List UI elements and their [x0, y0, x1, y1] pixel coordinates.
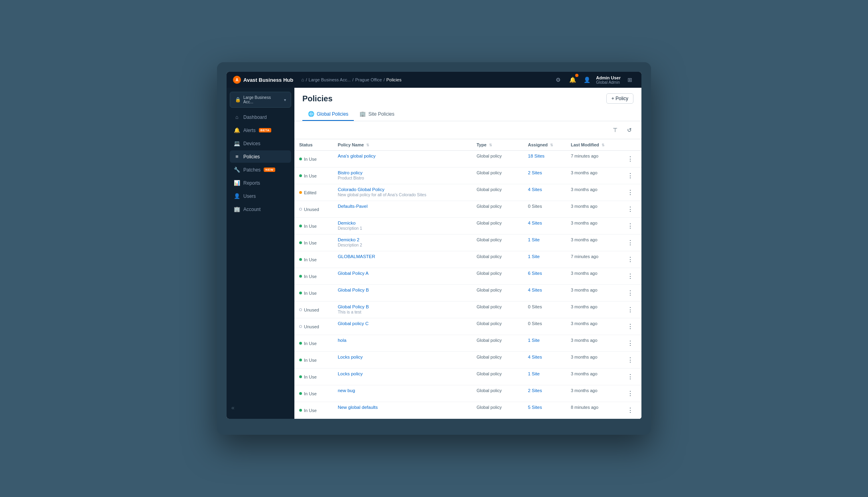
refresh-button[interactable]: ↺ [624, 124, 635, 136]
row-actions-button[interactable]: ⋮ [622, 237, 637, 248]
type-value: Global policy [477, 204, 502, 209]
row-actions-button[interactable]: ⋮ [622, 187, 637, 198]
filter-button[interactable]: ⊤ [610, 124, 621, 136]
policy-name-link[interactable]: New global defaults [338, 405, 467, 410]
row-actions-button[interactable]: ⋮ [622, 271, 637, 282]
type-cell-8: Global policy [472, 285, 523, 302]
assigned-value: 0 Sites [528, 304, 542, 309]
assigned-link[interactable]: 2 Sites [528, 388, 542, 393]
assigned-link[interactable]: 1 Site [528, 371, 540, 376]
assigned-link[interactable]: 2 Sites [528, 170, 542, 175]
sidebar-item-users[interactable]: 👤 Users [230, 190, 291, 202]
policy-desc: Description 2 [338, 243, 467, 247]
settings-icon[interactable]: ⚙ [553, 75, 563, 85]
assigned-link[interactable]: 4 Sites [528, 355, 542, 359]
policy-name-link[interactable]: Global Policy A [338, 271, 467, 276]
tab-global-policies[interactable]: 🌐 Global Policies [302, 108, 354, 121]
status-cell-10: Unused [294, 318, 333, 335]
sidebar-item-devices[interactable]: 💻 Devices [230, 137, 291, 150]
policy-name-link[interactable]: Global Policy B [338, 304, 467, 309]
policy-name-link[interactable]: Bistro policy [338, 170, 467, 175]
row-actions-button[interactable]: ⋮ [622, 170, 637, 181]
policy-name-link[interactable]: Demicko [338, 221, 467, 225]
policy-name-link[interactable]: Global Policy B [338, 288, 467, 292]
sidebar: 🔒 Large Business Acc... ▾ ⌂ Dashboard 🔔 … [227, 88, 294, 419]
col-header-name[interactable]: Policy Name ⇅ [333, 139, 472, 151]
row-actions-button[interactable]: ⋮ [622, 288, 637, 298]
notifications-button[interactable]: 🔔 [567, 75, 578, 85]
type-cell-11: Global policy [472, 335, 523, 352]
assigned-link[interactable]: 1 Site [528, 237, 540, 242]
modified-cell-13: 3 months ago [566, 369, 617, 385]
modified-cell-15: 8 minutes ago [566, 402, 617, 419]
policy-name-link[interactable]: Demicko 2 [338, 237, 467, 242]
row-actions-button[interactable]: ⋮ [622, 304, 637, 315]
row-actions-button[interactable]: ⋮ [622, 221, 637, 231]
type-cell-2: Global policy [472, 184, 523, 201]
sidebar-item-alerts[interactable]: 🔔 Alerts BETA [230, 124, 291, 136]
row-actions-button[interactable]: ⋮ [622, 355, 637, 365]
devices-icon: 💻 [234, 140, 240, 146]
policy-name-link[interactable]: hola [338, 338, 467, 343]
col-header-modified[interactable]: Last Modified ⇅ [566, 139, 617, 151]
table-row: In Use hola Global policy 1 Site 3 month… [294, 335, 641, 352]
row-actions-button[interactable]: ⋮ [622, 388, 637, 399]
name-cell-2: Colorado Global Policy New global policy… [333, 184, 472, 201]
modified-value: 3 months ago [571, 288, 598, 292]
status-cell-5: In Use [294, 235, 333, 251]
grid-icon[interactable]: ⊞ [625, 75, 635, 85]
policy-name-link[interactable]: Defaults-Pavel [338, 204, 467, 209]
chevron-down-icon: ▾ [284, 98, 286, 102]
policy-name-link[interactable]: Locks policy [338, 371, 467, 376]
sidebar-collapse-button[interactable]: « [227, 400, 294, 415]
sidebar-item-patches[interactable]: 🔧 Patches NEW [230, 164, 291, 176]
col-header-assigned[interactable]: Assigned ⇅ [523, 139, 566, 151]
sidebar-item-dashboard[interactable]: ⌂ Dashboard [230, 111, 291, 123]
col-header-actions [617, 139, 641, 151]
col-header-type[interactable]: Type ⇅ [472, 139, 523, 151]
status-label: In Use [304, 408, 317, 413]
assigned-link[interactable]: 1 Site [528, 338, 540, 343]
row-actions-button[interactable]: ⋮ [622, 371, 637, 382]
row-actions-button[interactable]: ⋮ [622, 254, 637, 265]
policy-desc: This is a test [338, 310, 467, 314]
policies-table: Status Policy Name ⇅ Type ⇅ Assigned ⇅ L… [294, 139, 641, 419]
sidebar-item-policies[interactable]: ≡ Policies [230, 150, 291, 163]
assigned-link[interactable]: 4 Sites [528, 221, 542, 225]
assigned-link[interactable]: 18 Sites [528, 154, 545, 158]
tab-site-policies[interactable]: 🏢 Site Policies [354, 108, 400, 121]
sidebar-item-label-dashboard: Dashboard [243, 114, 267, 120]
row-actions-button[interactable]: ⋮ [622, 321, 637, 332]
policy-name-link[interactable]: Colorado Global Policy [338, 187, 467, 192]
assigned-link[interactable]: 1 Site [528, 254, 540, 259]
main-layout: 🔒 Large Business Acc... ▾ ⌂ Dashboard 🔔 … [227, 88, 641, 419]
type-value: Global policy [477, 405, 502, 410]
status-dot [299, 191, 302, 194]
sidebar-item-account[interactable]: 🏢 Account [230, 203, 291, 215]
policy-name-link[interactable]: Locks policy [338, 355, 467, 359]
policy-name-link[interactable]: Ana's global policy [338, 154, 467, 158]
breadcrumb-item-2[interactable]: Prague Office [355, 77, 382, 82]
policy-name-link[interactable]: GLOBALMASTER [338, 254, 467, 259]
row-actions-button[interactable]: ⋮ [622, 204, 637, 215]
policy-name-link[interactable]: Global policy C [338, 321, 467, 326]
row-actions-button[interactable]: ⋮ [622, 405, 637, 416]
modified-cell-12: 3 months ago [566, 352, 617, 369]
type-cell-9: Global policy [472, 302, 523, 318]
assigned-link[interactable]: 4 Sites [528, 288, 542, 292]
assigned-link[interactable]: 4 Sites [528, 187, 542, 192]
sidebar-item-reports[interactable]: 📊 Reports [230, 177, 291, 189]
row-actions-button[interactable]: ⋮ [622, 338, 637, 349]
row-actions-button[interactable]: ⋮ [622, 154, 637, 164]
type-value: Global policy [477, 254, 502, 259]
table-row: In Use Locks policy Global policy 4 Site… [294, 352, 641, 369]
policy-name-link[interactable]: new bug [338, 388, 467, 393]
account-selector[interactable]: 🔒 Large Business Acc... ▾ [230, 92, 291, 108]
modified-value: 8 minutes ago [571, 405, 598, 410]
assigned-link[interactable]: 5 Sites [528, 405, 542, 410]
add-policy-button[interactable]: + Policy [606, 93, 633, 104]
breadcrumb-item-1[interactable]: Large Business Acc... [309, 77, 351, 82]
alerts-badge: BETA [259, 128, 271, 132]
type-cell-1: Global policy [472, 168, 523, 184]
assigned-link[interactable]: 6 Sites [528, 271, 542, 276]
